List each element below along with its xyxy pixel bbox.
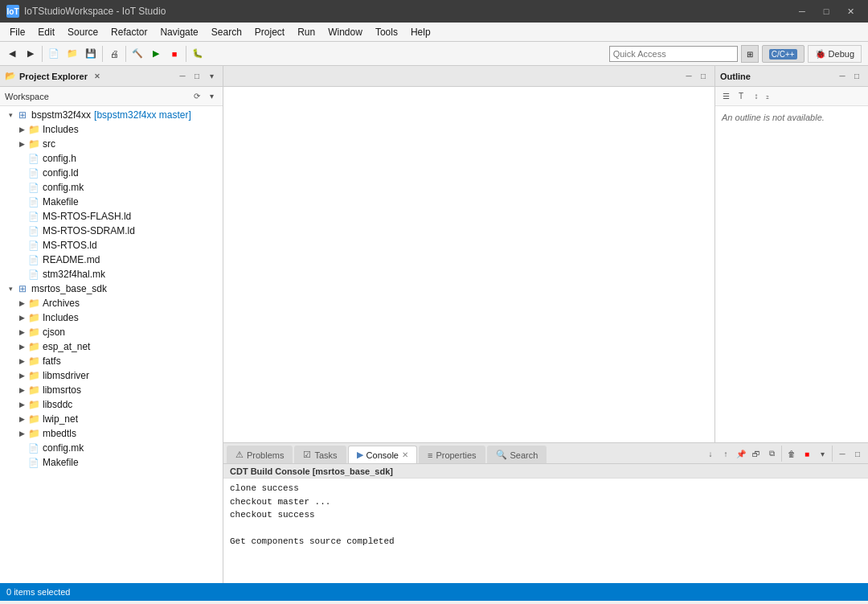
menu-item-project[interactable]: Project: [248, 23, 291, 41]
tree-item-rtos-ld[interactable]: 📄 MS-RTOS.ld: [0, 238, 223, 253]
tree-item-stm32f4hal[interactable]: 📄 stm32f4hal.mk: [0, 267, 223, 281]
toolbar-separator-2: [102, 46, 103, 62]
tree-item-sdram-ld[interactable]: 📄 MS-RTOS-SDRAM.ld: [0, 224, 223, 238]
debug-perspective-button[interactable]: 🐞 Debug: [808, 45, 862, 63]
tree-item-config-mk2[interactable]: 📄 config.mk: [0, 441, 223, 455]
center-area: ─ □ Outline ─ □ ☰ T ↕: [223, 66, 868, 583]
outline-sort-button[interactable]: ☰: [719, 89, 733, 104]
folder-icon-includes2: 📁: [27, 311, 40, 324]
workspace-menu-button[interactable]: ▾: [205, 90, 218, 103]
outline-expand-button[interactable]: ↕: [749, 89, 764, 104]
project-explorer-label: Project Explorer: [19, 72, 88, 81]
tree-item-cjson[interactable]: ▶ 📁 cjson: [0, 325, 223, 339]
view-switcher-icon[interactable]: ⊞: [741, 45, 759, 63]
console-tab-icon: ▶: [357, 450, 363, 460]
arrow-archives: ▶: [16, 298, 27, 309]
console-header: CDT Build Console [msrtos_base_sdk]: [223, 464, 868, 479]
menu-item-run[interactable]: Run: [291, 23, 321, 41]
editor-maximize-button[interactable]: □: [697, 70, 710, 83]
bottom-maximize-button[interactable]: □: [850, 446, 865, 461]
menu-item-search[interactable]: Search: [205, 23, 248, 41]
tree-item-includes2[interactable]: ▶ 📁 Includes: [0, 310, 223, 325]
tree-item-flash-ld[interactable]: 📄 MS-RTOS-FLASH.ld: [0, 209, 223, 224]
tree-item-libsddc[interactable]: ▶ 📁 libsddc: [0, 397, 223, 412]
tab-console[interactable]: ▶ Console ✕: [348, 446, 417, 463]
pe-maximize-button[interactable]: □: [190, 70, 203, 83]
toolbar-print-button[interactable]: 🖨: [105, 45, 123, 63]
tree-item-libmsdriver[interactable]: ▶ 📁 libmsdriver: [0, 368, 223, 383]
tab-properties[interactable]: ≡ Properties: [419, 446, 485, 463]
console-tab-close[interactable]: ✕: [402, 450, 408, 459]
workspace-sync-button[interactable]: ⟳: [190, 90, 203, 103]
tree-item-readme[interactable]: 📄 README.md: [0, 253, 223, 267]
minimize-button[interactable]: ─: [791, 4, 813, 18]
console-clear-button[interactable]: 🗑: [784, 446, 799, 461]
tasks-label: Tasks: [314, 450, 337, 460]
toolbar-stop-button[interactable]: ■: [166, 45, 183, 63]
tree-item-config-mk[interactable]: 📄 config.mk: [0, 180, 223, 195]
pe-view-menu-button[interactable]: ▾: [205, 70, 218, 83]
tab-tasks[interactable]: ☑ Tasks: [294, 446, 346, 463]
file-icon-stm32f4hal: 📄: [27, 268, 40, 281]
toolbar-forward-button[interactable]: ▶: [22, 45, 39, 63]
tree-item-mbedtls[interactable]: ▶ 📁 mbedtls: [0, 426, 223, 441]
bottom-minimize-button[interactable]: ─: [835, 446, 850, 461]
tree-project-bspstm32f4xx[interactable]: ▾ ⊞ bspstm32f4xx [bspstm32f4xx master]: [0, 108, 223, 122]
tree-item-config-h[interactable]: 📄 config.h: [0, 151, 223, 166]
tree-item-includes1[interactable]: ▶ 📁 Includes: [0, 122, 223, 137]
toolbar-open-button[interactable]: 📁: [63, 45, 81, 63]
console-scroll-down-button[interactable]: ↓: [703, 446, 718, 461]
file-icon-config-ld: 📄: [27, 166, 40, 179]
outline-toolbar: ☰ T ↕ ₂: [715, 87, 868, 106]
tree-item-archives[interactable]: ▶ 📁 Archives: [0, 296, 223, 310]
tree-project-msrtos[interactable]: ▾ ⊞ msrtos_base_sdk: [0, 281, 223, 296]
menu-item-refactor[interactable]: Refactor: [104, 23, 154, 41]
menu-item-tools[interactable]: Tools: [369, 23, 404, 41]
console-new-button[interactable]: 🗗: [749, 446, 764, 461]
maximize-button[interactable]: □: [815, 4, 837, 18]
console-more-button[interactable]: ▾: [815, 446, 829, 461]
menu-item-source[interactable]: Source: [61, 23, 104, 41]
toolbar-back-button[interactable]: ◀: [3, 45, 21, 63]
console-content[interactable]: clone success checkout master ... checko…: [223, 479, 868, 583]
tree-item-src[interactable]: ▶ 📁 src: [0, 137, 223, 151]
toolbar-debug-button[interactable]: 🐛: [189, 45, 207, 63]
menu-item-navigate[interactable]: Navigate: [154, 23, 204, 41]
menu-item-window[interactable]: Window: [321, 23, 369, 41]
console-scroll-up-button[interactable]: ↑: [719, 446, 733, 461]
cpp-perspective-button[interactable]: C/C++: [762, 45, 805, 63]
tree-item-config-ld[interactable]: 📄 config.ld: [0, 166, 223, 180]
outline-filter-button[interactable]: T: [734, 89, 748, 104]
tree-item-makefile1[interactable]: 📄 Makefile: [0, 195, 223, 209]
outline-header: Outline ─ □: [715, 66, 868, 87]
console-pin-button[interactable]: 📌: [734, 446, 748, 461]
outline-maximize-button[interactable]: □: [850, 70, 863, 83]
outline-subscript: ₂: [766, 92, 769, 101]
file-icon-flash-ld: 📄: [27, 210, 40, 223]
outline-minimize-button[interactable]: ─: [836, 70, 849, 83]
console-copy-button[interactable]: ⧉: [764, 446, 779, 461]
tree-item-makefile2[interactable]: 📄 Makefile: [0, 455, 223, 470]
tree-item-libmsrtos[interactable]: ▶ 📁 libmsrtos: [0, 383, 223, 397]
tree-item-lwip-net[interactable]: ▶ 📁 lwip_net: [0, 412, 223, 426]
menu-item-edit[interactable]: Edit: [31, 23, 61, 41]
toolbar-new-button[interactable]: 📄: [45, 45, 63, 63]
close-button[interactable]: ✕: [839, 4, 862, 18]
toolbar-build-button[interactable]: 🔨: [129, 45, 146, 63]
menu-item-help[interactable]: Help: [404, 23, 437, 41]
console-terminate-button[interactable]: ■: [800, 446, 814, 461]
tab-problems[interactable]: ⚠ Problems: [227, 446, 293, 463]
menu-item-file[interactable]: File: [3, 23, 31, 41]
editor-minimize-button[interactable]: ─: [682, 70, 695, 83]
pe-minimize-button[interactable]: ─: [176, 70, 189, 83]
tab-search[interactable]: 🔍 Search: [487, 446, 547, 463]
tree-label-bsp: bspstm32f4xx: [31, 109, 91, 121]
toolbar-run-button[interactable]: ▶: [147, 45, 165, 63]
toolbar-separator-4: [186, 46, 186, 62]
tree-item-esp-at-net[interactable]: ▶ 📁 esp_at_net: [0, 339, 223, 354]
console-line-3: checkout success: [230, 508, 862, 522]
label-config-ld: config.ld: [43, 167, 79, 179]
tree-item-fatfs[interactable]: ▶ 📁 fatfs: [0, 354, 223, 368]
toolbar-save-button[interactable]: 💾: [82, 45, 100, 63]
quick-access-input[interactable]: [609, 46, 738, 62]
